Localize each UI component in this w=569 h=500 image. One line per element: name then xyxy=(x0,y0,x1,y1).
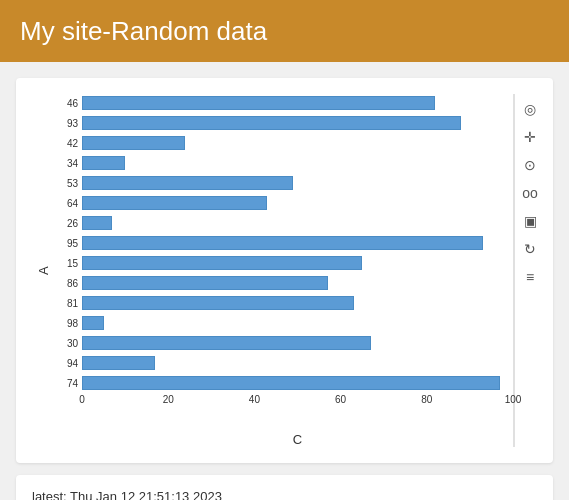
bar-row: 74 xyxy=(50,374,513,392)
bar-fill xyxy=(82,156,125,170)
page-header: My site - Random data xyxy=(0,0,569,62)
bar-row: 94 xyxy=(50,354,513,372)
x-axis: 020406080100 xyxy=(82,394,513,414)
bar-row: 26 xyxy=(50,214,513,232)
bar-label: 42 xyxy=(50,138,78,149)
bar-fill xyxy=(82,256,362,270)
bar-fill xyxy=(82,116,461,130)
bar-chart-inner: 469342345364269515868198309474 020406080… xyxy=(50,94,513,447)
bar-fill xyxy=(82,176,293,190)
bar-label: 95 xyxy=(50,238,78,249)
bar-row: 15 xyxy=(50,254,513,272)
bar-label: 64 xyxy=(50,198,78,209)
bar-label: 53 xyxy=(50,178,78,189)
bar-label: 81 xyxy=(50,298,78,309)
bar-row: 42 xyxy=(50,134,513,152)
bar-track xyxy=(82,376,513,390)
x-tick: 100 xyxy=(505,394,522,405)
bar-label: 98 xyxy=(50,318,78,329)
refresh-icon[interactable]: ↻ xyxy=(519,238,541,260)
bar-row: 95 xyxy=(50,234,513,252)
x-axis-label: C xyxy=(82,432,513,447)
bar-row: 86 xyxy=(50,274,513,292)
bar-track xyxy=(82,276,513,290)
site-name: My site xyxy=(20,16,102,47)
bar-track xyxy=(82,196,513,210)
latest-label: latest: xyxy=(32,489,67,500)
bar-fill xyxy=(82,236,483,250)
bar-track xyxy=(82,296,513,310)
graph-icon[interactable]: oo xyxy=(519,182,541,204)
footer-card: latest: Thu Jan 12 21:51:13 2023 xyxy=(16,475,553,500)
bar-fill xyxy=(82,196,267,210)
bar-track xyxy=(82,176,513,190)
bar-label: 30 xyxy=(50,338,78,349)
bar-chart: 469342345364269515868198309474 xyxy=(50,94,513,392)
bar-track xyxy=(82,316,513,330)
bar-fill xyxy=(82,276,328,290)
bar-row: 81 xyxy=(50,294,513,312)
bar-label: 15 xyxy=(50,258,78,269)
move-icon[interactable]: ✛ xyxy=(519,126,541,148)
chart-container: A 469342345364269515868198309474 0204060… xyxy=(16,78,553,463)
bar-track xyxy=(82,116,513,130)
bar-fill xyxy=(82,356,155,370)
bar-fill xyxy=(82,216,112,230)
bar-fill xyxy=(82,136,185,150)
bar-row: 34 xyxy=(50,154,513,172)
bar-track xyxy=(82,96,513,110)
bar-track xyxy=(82,356,513,370)
x-tick: 60 xyxy=(335,394,346,405)
bar-label: 34 xyxy=(50,158,78,169)
bar-row: 98 xyxy=(50,314,513,332)
bar-fill xyxy=(82,296,354,310)
bar-track xyxy=(82,216,513,230)
x-tick: 80 xyxy=(421,394,432,405)
timestamp: Thu Jan 12 21:51:13 2023 xyxy=(70,489,222,500)
x-tick: 0 xyxy=(79,394,85,405)
save-icon[interactable]: ▣ xyxy=(519,210,541,232)
bar-fill xyxy=(82,316,104,330)
page-title: Random data xyxy=(111,16,267,47)
bar-track xyxy=(82,136,513,150)
bar-row: 64 xyxy=(50,194,513,212)
bar-track xyxy=(82,156,513,170)
bar-row: 93 xyxy=(50,114,513,132)
y-axis-label: A xyxy=(34,94,51,447)
bar-label: 46 xyxy=(50,98,78,109)
bar-track xyxy=(82,236,513,250)
bar-fill xyxy=(82,96,435,110)
chart-area: A 469342345364269515868198309474 0204060… xyxy=(16,94,513,447)
bar-row: 53 xyxy=(50,174,513,192)
notes-icon[interactable]: ≡ xyxy=(519,266,541,288)
bar-label: 86 xyxy=(50,278,78,289)
bar-track xyxy=(82,336,513,350)
zoom-icon[interactable]: ⊙ xyxy=(519,154,541,176)
bar-label: 74 xyxy=(50,378,78,389)
bar-track xyxy=(82,256,513,270)
bar-fill xyxy=(82,336,371,350)
bar-label: 93 xyxy=(50,118,78,129)
x-tick: 20 xyxy=(163,394,174,405)
bar-fill xyxy=(82,376,500,390)
bar-row: 30 xyxy=(50,334,513,352)
bar-label: 26 xyxy=(50,218,78,229)
bar-label: 94 xyxy=(50,358,78,369)
header-separator: - xyxy=(102,16,111,47)
bar-row: 46 xyxy=(50,94,513,112)
color-wheel-icon[interactable]: ◎ xyxy=(519,98,541,120)
x-tick: 40 xyxy=(249,394,260,405)
main-content: A 469342345364269515868198309474 0204060… xyxy=(0,62,569,500)
